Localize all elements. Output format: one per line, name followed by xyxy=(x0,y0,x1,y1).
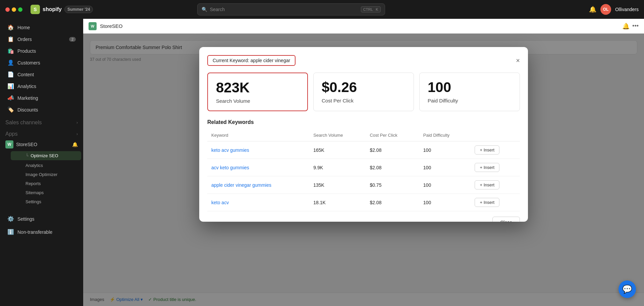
topbar: S shopify Summer '24 🔍 Search CTRL K 🔔 O… xyxy=(0,0,644,19)
cell-keyword: keto acv xyxy=(207,194,309,211)
table-row: apple cider vinegar gummies 135K $0.75 1… xyxy=(207,176,520,194)
sidebar-item-analytics[interactable]: 📊 Analytics xyxy=(2,80,81,92)
storeseo-icon: W xyxy=(5,140,13,148)
search-volume-label: Search Volume xyxy=(216,98,299,104)
marketing-icon: 📣 xyxy=(7,95,14,101)
chat-bubble-button[interactable]: 💬 xyxy=(619,280,636,298)
app-header-icon: W xyxy=(89,22,97,30)
submenu-item-image-optimizer[interactable]: Image Optimizer xyxy=(11,170,83,179)
cell-cost-per-click: $2.08 xyxy=(366,194,419,211)
avatar[interactable]: OL xyxy=(600,4,611,15)
submenu-item-optimize-seo[interactable]: └ Optimize SEO xyxy=(11,151,81,160)
cell-keyword: keto acv gummies xyxy=(207,141,309,159)
sidebar-item-label: Customers xyxy=(17,60,40,65)
sidebar-item-label: Settings xyxy=(17,216,35,222)
col-keyword: Keyword xyxy=(207,129,309,141)
cell-insert: + Insert xyxy=(471,141,520,159)
search-volume-value: 823K xyxy=(216,80,299,95)
traffic-lights xyxy=(5,7,22,12)
chevron-right-icon: › xyxy=(76,132,78,136)
cell-cost-per-click: $2.08 xyxy=(366,141,419,159)
insert-button-3[interactable]: + Insert xyxy=(475,198,499,207)
current-keyword-badge: Current Keyword: apple cider vinegar xyxy=(207,55,296,66)
col-action xyxy=(471,129,520,141)
discounts-icon: 🏷️ xyxy=(7,106,14,113)
table-row: acv keto gummies 9.9K $2.08 100 + Insert xyxy=(207,159,520,176)
sidebar-item-products[interactable]: 🛍️ Products xyxy=(2,45,81,57)
paid-difficulty-label: Paid Difficulty xyxy=(428,98,512,103)
insert-button-1[interactable]: + Insert xyxy=(475,163,499,172)
sidebar-item-label: Non-transferable xyxy=(17,229,52,235)
search-placeholder: Search xyxy=(210,7,225,12)
search-shortcut: CTRL K xyxy=(361,6,381,12)
app-header: W StoreSEO 🔔 ••• xyxy=(83,19,644,34)
bell-small-icon[interactable]: 🔔 xyxy=(72,142,78,147)
modal-footer: Close xyxy=(207,217,520,222)
insert-button-0[interactable]: + Insert xyxy=(475,145,499,155)
sidebar-app-storeseo[interactable]: W StoreSEO 🔔 xyxy=(0,138,83,150)
sidebar-item-content[interactable]: 📄 Content xyxy=(2,69,81,80)
sidebar-item-customers[interactable]: 👤 Customers xyxy=(2,57,81,69)
cell-cost-per-click: $2.08 xyxy=(366,159,419,176)
modal-close-button[interactable]: Close xyxy=(492,217,520,222)
cell-search-volume: 9.9K xyxy=(309,159,366,176)
notification-bell-icon[interactable]: 🔔 xyxy=(589,6,596,13)
main-layout: 🏠 Home 📋 Orders 2 🛍️ Products 👤 Customer… xyxy=(0,19,644,306)
search-volume-card: 823K Search Volume xyxy=(207,73,308,111)
chevron-right-icon: › xyxy=(76,120,78,125)
col-cost-per-click: Cost Per Click xyxy=(366,129,419,141)
sales-channels-section: Sales channels › xyxy=(0,116,83,127)
content-area: W StoreSEO 🔔 ••• Premium Comfortable Sum… xyxy=(83,19,644,306)
keyword-modal: Current Keyword: apple cider vinegar × 8… xyxy=(199,47,528,222)
orders-badge: 2 xyxy=(69,37,76,42)
cell-paid-difficulty: 100 xyxy=(419,141,471,159)
sidebar-item-discounts[interactable]: 🏷️ Discounts xyxy=(2,104,81,116)
cell-paid-difficulty: 100 xyxy=(419,194,471,211)
settings-icon: ⚙️ xyxy=(7,216,14,222)
sidebar-item-non-transferable[interactable]: ℹ️ Non-transferable xyxy=(2,226,81,238)
search-bar[interactable]: 🔍 Search CTRL K xyxy=(197,3,385,15)
analytics-icon: 📊 xyxy=(7,83,14,89)
stats-row: 823K Search Volume $0.26 Cost Per Click … xyxy=(207,73,520,111)
table-row: keto acv 18.1K $2.08 100 + Insert xyxy=(207,194,520,211)
more-options-btn[interactable]: ••• xyxy=(632,23,639,30)
minimize-traffic-light[interactable] xyxy=(12,7,16,12)
app-header-actions: 🔔 ••• xyxy=(622,23,639,30)
cell-keyword: apple cider vinegar gummies xyxy=(207,176,309,194)
col-paid-difficulty: Paid Difficulty xyxy=(419,129,471,141)
insert-button-2[interactable]: + Insert xyxy=(475,180,499,189)
notification-header-btn[interactable]: 🔔 xyxy=(622,23,630,30)
apps-section: Apps › xyxy=(0,127,83,138)
user-name: Ollivanders xyxy=(615,7,639,12)
maximize-traffic-light[interactable] xyxy=(18,7,22,12)
cell-insert: + Insert xyxy=(471,159,520,176)
sidebar-item-label: Products xyxy=(17,48,36,54)
submenu-item-settings[interactable]: Settings xyxy=(11,197,83,206)
sidebar-item-orders[interactable]: 📋 Orders 2 xyxy=(2,33,81,45)
products-icon: 🛍️ xyxy=(7,48,14,54)
cell-paid-difficulty: 100 xyxy=(419,176,471,194)
cell-search-volume: 18.1K xyxy=(309,194,366,211)
sidebar-item-marketing[interactable]: 📣 Marketing xyxy=(2,92,81,104)
submenu-item-analytics[interactable]: Analytics xyxy=(11,161,83,170)
submenu-item-reports[interactable]: Reports xyxy=(11,179,83,188)
sidebar-item-label: Analytics xyxy=(17,84,36,89)
sidebar: 🏠 Home 📋 Orders 2 🛍️ Products 👤 Customer… xyxy=(0,19,83,306)
app-name: StoreSEO xyxy=(16,142,37,147)
app-submenu: └ Optimize SEO Analytics Image Optimizer… xyxy=(0,151,83,206)
sidebar-item-home[interactable]: 🏠 Home xyxy=(2,21,81,33)
sidebar-item-settings[interactable]: ⚙️ Settings xyxy=(2,213,81,225)
related-keywords-title: Related Keywords xyxy=(207,119,520,125)
cost-per-click-label: Cost Per Click xyxy=(322,98,406,103)
close-traffic-light[interactable] xyxy=(5,7,10,12)
cell-cost-per-click: $0.75 xyxy=(366,176,419,194)
sidebar-item-label: Content xyxy=(17,72,34,77)
shopify-label: shopify xyxy=(43,6,62,12)
sidebar-item-label: Orders xyxy=(17,37,32,42)
modal-close-x-button[interactable]: × xyxy=(516,57,520,64)
table-row: keto acv gummies 165K $2.08 100 + Insert xyxy=(207,141,520,159)
cell-insert: + Insert xyxy=(471,194,520,211)
customers-icon: 👤 xyxy=(7,59,14,66)
modal-overlay: Current Keyword: apple cider vinegar × 8… xyxy=(83,34,644,306)
submenu-item-sitemaps[interactable]: Sitemaps xyxy=(11,188,83,197)
